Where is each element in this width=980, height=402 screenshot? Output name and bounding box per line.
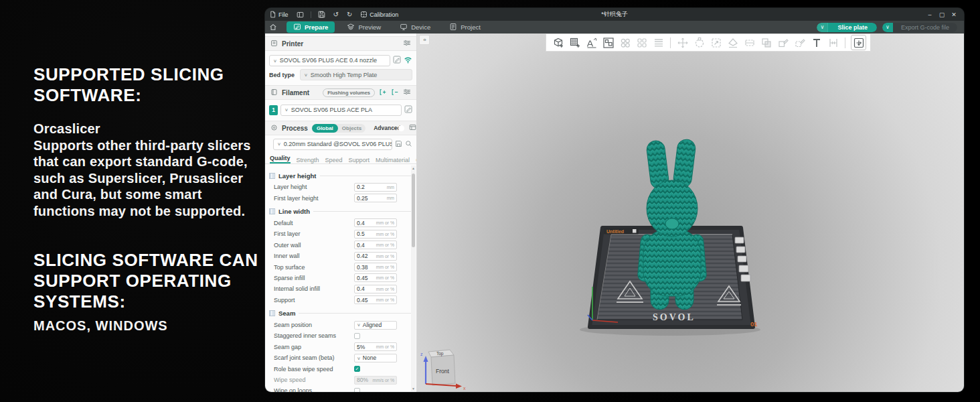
minimize-button[interactable]: – — [925, 11, 934, 18]
filament-preset-select[interactable]: ∨ SOVOL SV06 PLUS ACE PLA — [280, 105, 402, 116]
process-preset-select[interactable]: ∨ 0.20mm Standard @SOVOL SV06 PLUS A... — [273, 139, 392, 150]
settings-sidebar: Printer ∨ SOVOL SV06 PLUS ACE 0.4 nozzle… — [265, 34, 417, 392]
remove-filament-icon[interactable] — [391, 88, 399, 97]
printer-section-header: Printer — [265, 36, 416, 51]
search-preset-icon[interactable] — [405, 138, 412, 150]
layout-icon[interactable] — [293, 8, 308, 21]
tab-device[interactable]: Device — [393, 21, 437, 33]
setting-row: Layer height 0.2mm — [265, 182, 416, 192]
filament-icon — [270, 88, 278, 97]
bunny-nose — [665, 218, 679, 229]
layer-height-input[interactable]: 0.2mm — [354, 183, 397, 192]
tab-project[interactable]: Project — [442, 21, 487, 33]
undo-icon[interactable]: ↺ — [329, 8, 343, 21]
tab-preview[interactable]: Preview — [340, 21, 388, 33]
device-icon — [400, 23, 408, 32]
line-width-support-input[interactable]: 0.45mm or % — [354, 295, 397, 304]
slice-options-chevron-icon[interactable]: ∨ — [817, 23, 827, 32]
scene-canvas[interactable]: Untitled — [417, 34, 964, 392]
home-button[interactable] — [265, 21, 281, 34]
tab-quality[interactable]: Quality — [270, 155, 291, 163]
gizmo-top-label: Top — [436, 351, 444, 356]
seam-gap-input[interactable]: 5%mm or % — [354, 342, 397, 351]
line-width-top-surface-input[interactable]: 0.38mm or % — [354, 263, 397, 271]
section-icon — [269, 173, 275, 179]
printer-settings-icon[interactable] — [403, 40, 411, 48]
scarf-joint-seam-select[interactable]: ∨None — [354, 354, 397, 362]
save-icon[interactable] — [314, 8, 329, 21]
filament-section-label: Filament — [282, 89, 309, 96]
file-menu[interactable]: File — [265, 8, 293, 21]
os-list: MACOS, WINDOWS — [33, 318, 258, 334]
chevron-down-icon: ∨ — [277, 141, 281, 146]
staggered-inner-seams-checkbox[interactable] — [354, 333, 360, 339]
edit-printer-icon[interactable] — [393, 54, 401, 66]
chevron-down-icon: ∨ — [304, 72, 308, 77]
edit-filament-icon[interactable] — [404, 104, 412, 116]
line-width-inner-wall-input[interactable]: 0.42mm or % — [354, 252, 397, 261]
slice-plate-group: ∨ Slice plate — [817, 23, 877, 32]
first-layer-height-input[interactable]: 0.25mm — [354, 194, 397, 202]
close-button[interactable]: ✕ — [949, 11, 959, 18]
setting-row: First layer height 0.25mm — [265, 192, 416, 203]
process-list-icon[interactable] — [409, 124, 416, 132]
orcaslicer-line: Orcaslicer — [33, 121, 258, 137]
printer-preset-value: SOVOL SV06 PLUS ACE 0.4 nozzle — [280, 57, 377, 64]
marketing-copy: SUPPORTED SLICING SOFTWARE: Orcaslicer S… — [33, 64, 258, 334]
scope-global-button[interactable]: Global — [312, 124, 338, 133]
tab-speed[interactable]: Speed — [325, 157, 343, 163]
section-seam: Seam — [269, 309, 412, 318]
bed-type-select[interactable]: ∨ Smooth High Temp Plate — [300, 69, 412, 80]
export-options-chevron-icon[interactable]: ∨ — [882, 23, 893, 32]
export-gcode-button[interactable]: Export G-code file — [893, 23, 957, 32]
scope-objects-button[interactable]: Objects — [338, 125, 365, 131]
tab-device-label: Device — [411, 23, 430, 31]
plate-name-label: Untitled — [606, 229, 624, 234]
tab-strength[interactable]: Strength — [297, 157, 319, 163]
bed-brand-logo: SOVOL — [653, 312, 696, 322]
flushing-volumes-button[interactable]: Flushing volumes — [323, 88, 375, 97]
wifi-connection-icon[interactable] — [404, 54, 412, 66]
printer-section-label: Printer — [282, 40, 303, 48]
add-filament-icon[interactable] — [379, 88, 387, 97]
seam-position-select[interactable]: ∨Aligned — [354, 321, 397, 330]
viewport-3d[interactable]: ‹› — [417, 34, 964, 392]
line-width-first-layer-input[interactable]: 0.5mm or % — [354, 230, 397, 239]
line-width-internal-solid-input[interactable]: 0.4mm or % — [354, 285, 397, 293]
redo-icon[interactable]: ↻ — [343, 8, 356, 21]
tab-prepare-label: Prepare — [305, 23, 328, 31]
heading-supported-software: SUPPORTED SLICING SOFTWARE: — [33, 64, 258, 106]
wipe-speed-input[interactable]: 80%mm/s or % — [354, 376, 397, 385]
gizmo-x-axis-label: x — [463, 386, 466, 391]
chevron-down-icon: ∨ — [273, 58, 277, 62]
wipe-on-loops-checkbox[interactable] — [354, 388, 360, 392]
section-icon — [269, 310, 275, 316]
gizmo-z-axis-label: z — [420, 352, 423, 356]
filament-slot-badge[interactable]: 1 — [269, 105, 278, 115]
settings-scrollbar[interactable]: ▲ ▼ — [411, 165, 416, 391]
line-width-outer-wall-input[interactable]: 0.4mm or % — [354, 241, 397, 249]
calibration-menu[interactable]: Calibration — [356, 8, 402, 21]
section-icon — [269, 208, 275, 214]
slice-plate-button[interactable]: Slice plate — [827, 23, 877, 32]
scrollbar-thumb[interactable] — [412, 174, 415, 247]
tab-multimaterial[interactable]: Multimaterial — [376, 157, 410, 163]
tab-prepare[interactable]: Prepare — [287, 21, 335, 33]
line-width-default-input[interactable]: 0.4mm or % — [354, 218, 397, 227]
maximize-button[interactable]: ▢ — [937, 11, 947, 18]
chevron-down-icon: ∨ — [284, 107, 289, 112]
orientation-gizmo[interactable]: Top Front z x — [420, 345, 469, 391]
tab-support[interactable]: Support — [349, 157, 370, 163]
filament-settings-icon[interactable] — [403, 88, 411, 96]
line-width-sparse-infill-input[interactable]: 0.45mm or % — [354, 273, 397, 282]
scroll-down-icon[interactable]: ▼ — [411, 387, 416, 391]
section-title: Seam — [278, 310, 295, 317]
printer-preset-select[interactable]: ∨ SOVOL SV06 PLUS ACE 0.4 nozzle — [269, 55, 390, 66]
plate-lock-icon[interactable] — [633, 229, 637, 233]
role-base-wipe-speed-checkbox[interactable]: ✓ — [354, 366, 360, 372]
file-icon — [269, 11, 276, 18]
save-preset-icon[interactable] — [395, 138, 402, 150]
scroll-up-icon[interactable]: ▲ — [411, 166, 416, 170]
model-knitted-bunny[interactable] — [637, 139, 707, 310]
gizmo-front-label: Front — [436, 368, 449, 375]
